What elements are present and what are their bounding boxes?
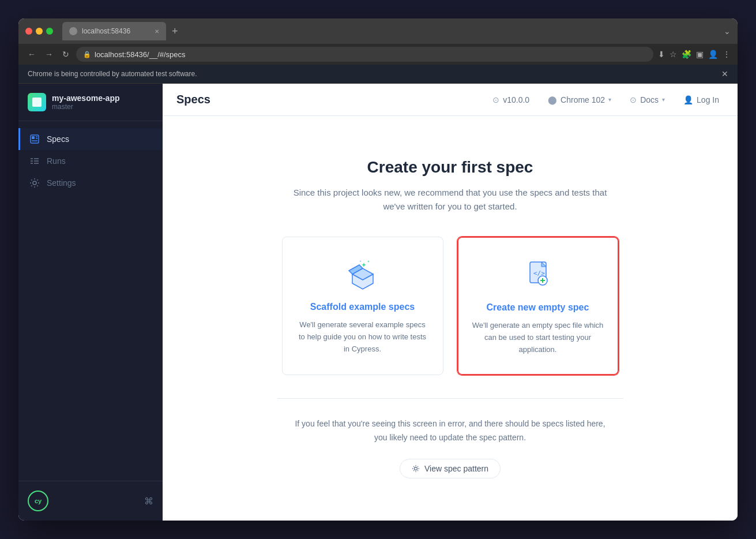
error-text: If you feel that you're seeing this scre… (295, 417, 605, 445)
app-layout: my-awesome-app master (18, 84, 738, 521)
sidebar-nav: Specs (18, 121, 163, 481)
sidebar-item-specs[interactable]: Specs (18, 128, 163, 150)
version-label: v10.0.0 (503, 95, 529, 104)
app-icon (28, 93, 46, 111)
browser-icon: ⬤ (548, 95, 557, 104)
browser-label: Chrome 102 (561, 95, 605, 104)
keyboard-shortcut-icon[interactable]: ⌘ (144, 496, 153, 507)
sidebar-footer: cy ⌘ (18, 481, 163, 521)
app-info: my-awesome-app master (52, 93, 119, 111)
new-empty-spec-card[interactable]: </> Create new empty spec We'll generate… (457, 237, 619, 375)
url-text: localhost:58436/__/#/specs (95, 50, 186, 59)
svg-point-12 (33, 181, 36, 185)
docs-label: Docs (640, 95, 659, 104)
browser-select-button[interactable]: ⬤ Chrome 102 ▾ (543, 93, 616, 107)
tab-title: localhost:58436 (82, 27, 130, 35)
login-button[interactable]: 👤 Log In (679, 93, 724, 107)
minimize-button[interactable] (36, 28, 43, 35)
sidebar-item-settings[interactable]: Settings (18, 172, 163, 194)
tab-close-icon[interactable]: ✕ (155, 28, 159, 35)
scaffold-card-desc: We'll generate several example specs to … (296, 319, 429, 355)
main-header: Specs ⊙ v10.0.0 ⬤ Chrome 102 ▾ ⊙ (163, 84, 738, 116)
profile-icon[interactable]: 👤 (708, 50, 718, 59)
automation-text: Chrome is being controlled by automated … (28, 70, 197, 78)
new-spec-icon: </> (520, 256, 556, 293)
sidebar: my-awesome-app master (18, 84, 163, 521)
new-spec-card-title: Create new empty spec (487, 302, 589, 313)
docs-chevron-icon: ▾ (662, 96, 665, 103)
window-control-icon: ⌄ (724, 27, 731, 36)
scaffold-icon (344, 256, 381, 293)
browser-tab[interactable]: localhost:58436 ✕ (62, 22, 166, 40)
app-name: my-awesome-app (52, 93, 119, 103)
svg-point-0 (71, 29, 76, 33)
runs-icon (29, 156, 40, 166)
close-button[interactable] (25, 28, 32, 35)
traffic-lights (25, 28, 53, 35)
forward-button[interactable]: → (43, 48, 55, 60)
download-icon[interactable]: ⬇ (658, 50, 665, 59)
svg-rect-1 (31, 135, 39, 143)
section-divider (277, 398, 623, 399)
banner-close-button[interactable]: ✕ (721, 69, 728, 78)
login-label: Log In (697, 95, 719, 104)
new-tab-button[interactable]: + (168, 25, 182, 38)
svg-point-18 (414, 467, 417, 470)
page-title: Specs (176, 93, 488, 106)
cards-row: Scaffold example specs We'll generate se… (282, 237, 619, 375)
version-button[interactable]: ⊙ v10.0.0 (488, 93, 534, 107)
maximize-button[interactable] (46, 28, 53, 35)
browser-window: localhost:58436 ✕ + ⌄ ← → ↻ 🔒 localhost:… (18, 18, 738, 521)
docs-button[interactable]: ⊙ Docs ▾ (625, 93, 670, 107)
reload-button[interactable]: ↻ (60, 48, 72, 60)
specs-icon (29, 134, 40, 144)
gear-icon (412, 465, 420, 473)
new-spec-card-desc: We'll generate an empty spec file which … (472, 320, 604, 355)
sidebar-header: my-awesome-app master (18, 84, 163, 121)
automation-banner: Chrome is being controlled by automated … (18, 65, 738, 84)
extensions-icon[interactable]: 🧩 (682, 50, 691, 59)
view-pattern-label: View spec pattern (424, 464, 488, 473)
tab-favicon (69, 27, 77, 35)
error-line1: If you feel that you're seeing this scre… (295, 419, 605, 428)
back-button[interactable]: ← (25, 48, 38, 60)
docs-icon: ⊙ (630, 95, 637, 104)
error-section: If you feel that you're seeing this scre… (295, 417, 605, 445)
svg-rect-2 (32, 136, 35, 139)
app-icon-inner (32, 98, 42, 107)
create-subtitle: Since this project looks new, we recomme… (289, 186, 612, 214)
star-icon[interactable]: ☆ (670, 50, 677, 59)
cypress-version-icon: ⊙ (492, 95, 499, 104)
create-title: Create your first spec (367, 158, 533, 177)
runs-label: Runs (47, 156, 66, 166)
scaffold-card[interactable]: Scaffold example specs We'll generate se… (282, 237, 443, 375)
address-bar: ← → ↻ 🔒 localhost:58436/__/#/specs ⬇ ☆ 🧩… (18, 44, 738, 65)
address-actions: ⬇ ☆ 🧩 ▣ 👤 ⋮ (658, 50, 731, 59)
content-area: Create your first spec Since this projec… (163, 116, 738, 521)
window-controls: ⌄ (724, 27, 731, 36)
settings-icon (29, 178, 40, 188)
error-line2: you likely need to update the spec patte… (374, 433, 526, 442)
lock-icon: 🔒 (83, 51, 91, 58)
login-icon: 👤 (683, 95, 693, 104)
sidebar-item-runs[interactable]: Runs (18, 150, 163, 172)
sidebar-toggle-icon[interactable]: ▣ (696, 50, 704, 59)
specs-label: Specs (47, 134, 69, 144)
view-spec-pattern-button[interactable]: View spec pattern (400, 459, 501, 478)
menu-icon[interactable]: ⋮ (723, 50, 731, 59)
settings-label: Settings (47, 178, 76, 188)
url-field[interactable]: 🔒 localhost:58436/__/#/specs (76, 47, 653, 62)
title-bar: localhost:58436 ✕ + ⌄ (18, 18, 738, 44)
header-actions: ⊙ v10.0.0 ⬤ Chrome 102 ▾ ⊙ Docs ▾ (488, 93, 724, 107)
cypress-logo: cy (28, 491, 48, 511)
main-content: Specs ⊙ v10.0.0 ⬤ Chrome 102 ▾ ⊙ (163, 84, 738, 521)
app-branch: master (52, 103, 119, 111)
scaffold-card-title: Scaffold example specs (310, 302, 415, 312)
tab-area: localhost:58436 ✕ + (62, 22, 719, 40)
browser-chevron-icon: ▾ (608, 96, 611, 103)
